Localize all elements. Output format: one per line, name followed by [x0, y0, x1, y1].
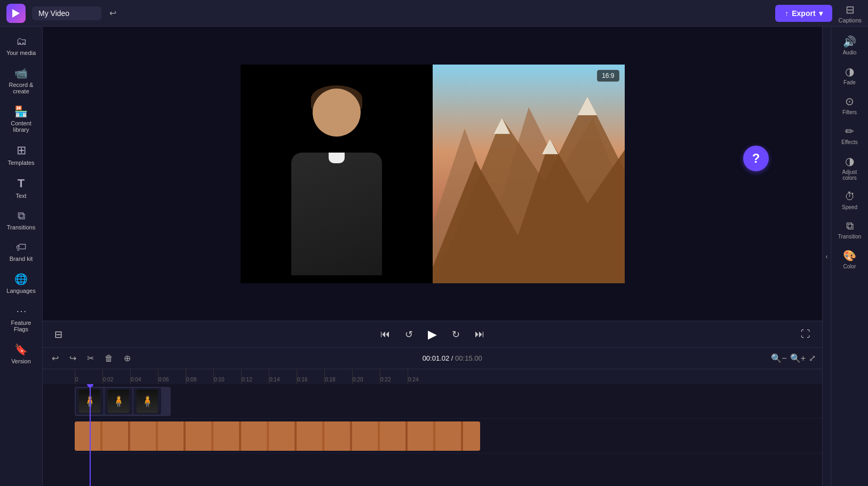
ruler-mark-11: 0:22: [380, 369, 408, 384]
effects-label: Effects: [841, 139, 857, 145]
sidebar-item-version[interactable]: 🔖 Version: [3, 339, 40, 369]
track-thumb-2: 🧍: [105, 388, 132, 415]
languages-icon: 🌐: [14, 273, 28, 285]
avatar-clip[interactable]: 🧍 🧍 🧍: [75, 387, 171, 416]
ruler-mark-5: 0:10: [213, 369, 241, 384]
sidebar-item-brand-kit[interactable]: 🏷 Brand kit: [3, 237, 40, 266]
right-sidebar-effects[interactable]: ✏ Effects: [833, 121, 866, 149]
templates-icon: ⊞: [17, 144, 26, 157]
speed-icon: ⏱: [845, 190, 855, 203]
ruler-mark-1: 0:02: [102, 369, 130, 384]
captions-button[interactable]: ⊟ Captions: [839, 3, 862, 23]
filters-label: Filters: [842, 109, 857, 115]
export-button[interactable]: ↑ Export ▾: [775, 5, 832, 22]
sidebar-item-templates[interactable]: ⊞ Templates: [3, 139, 40, 170]
sidebar-item-languages[interactable]: 🌐 Languages: [3, 268, 40, 298]
ruler-mark-2: 0:04: [130, 369, 158, 384]
ruler-mark-10: 0:20: [352, 369, 380, 384]
brand-kit-icon: 🏷: [16, 241, 27, 253]
right-sidebar-fade[interactable]: ◑ Fade: [833, 61, 866, 90]
ruler-mark-12: 0:24: [408, 369, 435, 384]
filters-icon: ⊙: [845, 95, 854, 108]
right-panel-collapse[interactable]: ‹: [822, 27, 831, 486]
export-arrow-icon: ↑: [785, 9, 789, 18]
track-thumb-3: 🧍: [133, 388, 161, 415]
export-dropdown-icon: ▾: [819, 9, 823, 18]
sidebar-item-feature-flags[interactable]: ⋯ Feature Flags: [3, 300, 40, 337]
avatar-head: [313, 89, 361, 137]
current-time: 00:01.02: [423, 354, 450, 362]
app-logo: [6, 4, 26, 23]
video-title-input[interactable]: [32, 6, 101, 20]
your-media-icon: 🗂: [16, 35, 27, 47]
aspect-ratio-badge: 16:9: [597, 70, 619, 82]
left-sidebar: 🗂 Your media 📹 Record & create 🏪 Content…: [0, 27, 43, 486]
play-button[interactable]: ▶: [425, 325, 440, 344]
record-create-icon: 📹: [14, 67, 28, 79]
video-preview: 16:9 ?: [43, 27, 822, 321]
delete-button[interactable]: 🗑: [102, 352, 116, 365]
fullscreen-button[interactable]: ⛶: [798, 326, 814, 342]
sidebar-label-languages: Languages: [6, 288, 35, 294]
sidebar-label-transitions: Transitions: [7, 224, 35, 230]
sidebar-label-content-library: Content library: [5, 120, 38, 133]
text-icon: T: [18, 177, 25, 190]
topbar-undo-icon[interactable]: ↩: [107, 6, 119, 20]
background-clip[interactable]: [75, 421, 480, 451]
subtitles-toggle-button[interactable]: ⊟: [51, 326, 66, 342]
add-clip-button[interactable]: ⊕: [121, 352, 133, 365]
ruler-mark-4: 0:08: [186, 369, 213, 384]
ruler-mark-6: 0:12: [241, 369, 269, 384]
right-sidebar-audio[interactable]: 🔊 Audio: [833, 31, 866, 60]
cut-button[interactable]: ✂: [84, 352, 97, 365]
rewind-button[interactable]: ↺: [402, 326, 416, 342]
timeline-tracks: 🧍 🧍 🧍: [43, 384, 822, 486]
sidebar-label-text: Text: [15, 193, 26, 199]
sidebar-item-transitions[interactable]: ⧉ Transitions: [3, 205, 40, 235]
timeline-ruler: 0 0:02 0:04 0:06 0:08 0:10 0:12 0:14 0:1…: [43, 369, 822, 384]
right-sidebar-filters[interactable]: ⊙ Filters: [833, 91, 866, 119]
audio-label: Audio: [843, 50, 857, 55]
right-sidebar: 🔊 Audio ◑ Fade ⊙ Filters ✏ Effects ◑ Adj…: [831, 27, 868, 486]
avatar-thumb-2: 🧍: [108, 389, 129, 413]
zoom-in-button[interactable]: 🔍+: [790, 353, 806, 363]
avatar-track: 🧍 🧍 🧍: [75, 384, 822, 419]
timeline-toolbar: ↩ ↪ ✂ 🗑 ⊕ 00:01.02 / 00:15.00 🔍− 🔍+ ⤢: [43, 348, 822, 369]
preview-container: 16:9: [241, 65, 625, 283]
sidebar-item-your-media[interactable]: 🗂 Your media: [3, 31, 40, 60]
main-area: 🗂 Your media 📹 Record & create 🏪 Content…: [0, 27, 868, 486]
avatar-thumb-3: 🧍: [137, 389, 158, 413]
redo-button[interactable]: ↪: [67, 352, 79, 365]
right-sidebar-transition[interactable]: ⧉ Transition: [833, 216, 866, 244]
sidebar-label-version: Version: [11, 358, 31, 364]
sidebar-item-record-create[interactable]: 📹 Record & create: [3, 62, 40, 99]
sidebar-label-feature-flags: Feature Flags: [5, 320, 38, 332]
video-controls: ⊟ ⏮ ↺ ▶ ↻ ⏭ ⛶: [43, 321, 822, 347]
playhead: [90, 384, 91, 486]
svg-marker-0: [12, 9, 20, 18]
sidebar-label-record-create: Record & create: [5, 82, 38, 94]
fit-button[interactable]: ⤢: [809, 353, 816, 363]
zoom-out-button[interactable]: 🔍−: [771, 353, 786, 363]
color-label: Color: [843, 264, 856, 269]
right-sidebar-adjust-colors[interactable]: ◑ Adjust colors: [833, 150, 866, 185]
export-label: Export: [792, 9, 815, 18]
forward-button[interactable]: ↻: [449, 326, 463, 342]
zoom-controls: 🔍− 🔍+ ⤢: [771, 353, 816, 363]
right-sidebar-speed[interactable]: ⏱ Speed: [833, 186, 866, 214]
help-bubble[interactable]: ?: [743, 146, 769, 171]
sidebar-item-content-library[interactable]: 🏪 Content library: [3, 101, 40, 137]
sidebar-label-your-media: Your media: [6, 50, 36, 56]
sidebar-item-text[interactable]: T Text: [3, 172, 40, 203]
skip-to-start-button[interactable]: ⏮: [377, 326, 393, 342]
content-library-icon: 🏪: [14, 105, 28, 118]
undo-button[interactable]: ↩: [49, 352, 61, 365]
skip-to-end-button[interactable]: ⏭: [472, 326, 488, 342]
ruler-mark-9: 0:18: [324, 369, 352, 384]
right-sidebar-color[interactable]: 🎨 Color: [833, 245, 866, 274]
captions-label: Captions: [839, 17, 862, 23]
sidebar-label-templates: Templates: [7, 160, 34, 166]
speed-label: Speed: [842, 204, 857, 210]
adjust-colors-icon: ◑: [845, 155, 854, 168]
ruler-marks: 0 0:02 0:04 0:06 0:08 0:10 0:12 0:14 0:1…: [75, 369, 435, 384]
